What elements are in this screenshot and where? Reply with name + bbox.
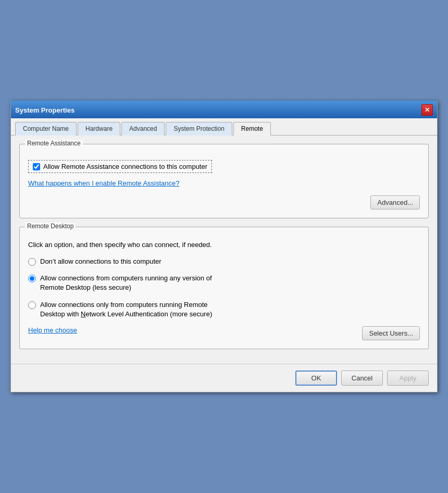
radio-no-connections-label: Don’t allow connections to this computer xyxy=(40,257,161,266)
radio-nla-only-label: Allow connections only from computers ru… xyxy=(40,300,212,319)
remote-desktop-description: Click an option, and then specify who ca… xyxy=(28,241,420,249)
close-button[interactable]: ✕ xyxy=(421,104,433,116)
radio-row-0: Don’t allow connections to this computer xyxy=(28,257,420,266)
system-properties-window: System Properties ✕ Computer Name Hardwa… xyxy=(10,101,438,392)
cancel-button[interactable]: Cancel xyxy=(341,371,383,386)
radio-any-version[interactable] xyxy=(28,275,36,282)
radio-row-2: Allow connections only from computers ru… xyxy=(28,300,420,319)
remote-desktop-bottom-row: Help me choose Select Users... xyxy=(28,326,420,340)
radio-any-version-label: Allow connections from computers running… xyxy=(40,274,212,292)
help-me-choose-link[interactable]: Help me choose xyxy=(28,326,77,334)
allow-remote-assistance-text: Allow Remote Assistance connections to t… xyxy=(43,163,207,170)
tabs-container: Computer Name Hardware Advanced System P… xyxy=(11,118,437,135)
tab-remote[interactable]: Remote xyxy=(233,122,271,135)
apply-button[interactable]: Apply xyxy=(387,371,429,386)
tab-hardware[interactable]: Hardware xyxy=(78,122,120,135)
remote-assistance-group: Remote Assistance Allow Remote Assistanc… xyxy=(19,144,429,218)
advanced-btn-row: Advanced... xyxy=(28,195,420,209)
allow-remote-assistance-checkbox[interactable] xyxy=(33,163,40,170)
remote-assistance-label: Remote Assistance xyxy=(25,140,83,147)
select-users-button[interactable]: Select Users... xyxy=(362,326,420,340)
remote-assistance-help-link[interactable]: What happens when I enable Remote Assist… xyxy=(28,179,180,187)
allow-remote-assistance-wrapper: Allow Remote Assistance connections to t… xyxy=(28,160,212,173)
remote-desktop-label: Remote Desktop xyxy=(25,223,76,230)
window-title: System Properties xyxy=(15,106,74,114)
radio-nla-only[interactable] xyxy=(28,301,36,309)
content-area: Remote Assistance Allow Remote Assistanc… xyxy=(11,135,437,364)
tab-advanced[interactable]: Advanced xyxy=(121,122,165,135)
tab-computer-name[interactable]: Computer Name xyxy=(15,122,77,135)
remote-desktop-group: Remote Desktop Click an option, and then… xyxy=(19,227,429,349)
radio-row-1: Allow connections from computers running… xyxy=(28,274,420,292)
advanced-button[interactable]: Advanced... xyxy=(370,195,420,209)
title-bar: System Properties ✕ xyxy=(11,102,437,118)
footer: OK Cancel Apply xyxy=(11,364,437,392)
tab-system-protection[interactable]: System Protection xyxy=(166,122,232,135)
radio-no-connections[interactable] xyxy=(28,258,36,266)
ok-button[interactable]: OK xyxy=(295,371,337,386)
allow-remote-assistance-row: Allow Remote Assistance connections to t… xyxy=(28,160,420,173)
